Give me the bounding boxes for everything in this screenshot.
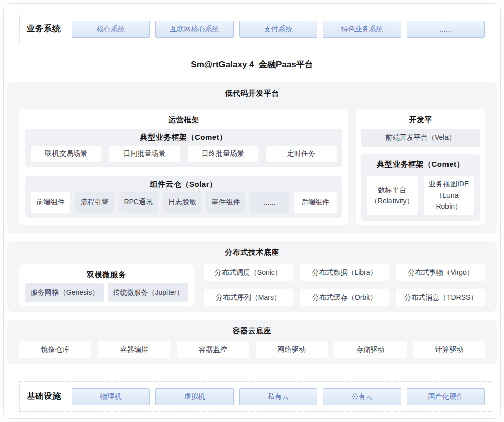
relativity-platform-code: （Relativity） bbox=[371, 195, 414, 206]
libra-data-chip[interactable]: 分布式数据（Libra） bbox=[300, 264, 389, 281]
container-orchestration-chip[interactable]: 容器编排 bbox=[98, 341, 170, 358]
business-system-chip-payment[interactable]: 支付系统 bbox=[239, 21, 317, 38]
infrastructure-chip-private-cloud[interactable]: 私有云 bbox=[239, 388, 317, 405]
infrastructure-row: 基础设施 物理机 虚拟机 私有云 公有云 国产化硬件 bbox=[19, 381, 492, 412]
luna-robin-ide-chip[interactable]: 业务视图IDE （Luna–Robin） bbox=[424, 176, 475, 215]
container-cloud-title: 容器云底座 bbox=[7, 320, 497, 336]
lowcode-platform-title: 低代码开发平台 bbox=[7, 82, 497, 98]
business-system-chip-special[interactable]: 特色业务系统 bbox=[323, 21, 401, 38]
distributed-services-grid: 分布式调度（Sonic） 分布式数据（Libra） 分布式事物（Virgo） 分… bbox=[204, 264, 485, 306]
comet-framework-panel: 典型业务框架（Comet） 联机交易场景 日间批量场景 日终批量场景 定时任务 bbox=[25, 129, 342, 167]
solar-chip-rpc[interactable]: RPC通讯 bbox=[119, 192, 158, 213]
distributed-base-section: 分布式技术底座 双模微服务 服务网格（Genesis） 传统微服务（Jupite… bbox=[7, 241, 497, 312]
tdrss-messaging-chip[interactable]: 分布式消息（TDRSS） bbox=[396, 289, 485, 306]
solar-components-panel: 组件云仓（Solar） 前端组件 流程引擎 RPC通讯 日志脱敏 事件组件 ..… bbox=[25, 176, 342, 218]
comet-chip-online-trading[interactable]: 联机交易场景 bbox=[31, 146, 101, 162]
distributed-body: 双模微服务 服务网格（Genesis） 传统微服务（Jupiter） 分布式调度… bbox=[19, 264, 485, 306]
dev-platform-title: 开发平 bbox=[356, 109, 485, 125]
infrastructure-label: 基础设施 bbox=[24, 391, 72, 402]
infrastructure-chip-public-cloud[interactable]: 公有云 bbox=[323, 388, 401, 405]
image-registry-chip[interactable]: 镜像仓库 bbox=[19, 341, 91, 358]
sonic-scheduling-chip[interactable]: 分布式调度（Sonic） bbox=[204, 264, 293, 281]
dual-mode-microservices-title: 双模微服务 bbox=[19, 264, 194, 280]
solar-chip-process-engine[interactable]: 流程引擎 bbox=[75, 192, 114, 213]
business-systems-row: 业务系统 核心系统 互联网核心系统 支付系统 特色业务系统 ...... bbox=[19, 14, 492, 44]
solar-chip-event-components[interactable]: 事件组件 bbox=[206, 192, 245, 213]
jupiter-microservices-chip[interactable]: 传统微服务（Jupiter） bbox=[108, 283, 188, 302]
dual-mode-row: 服务网格（Genesis） 传统微服务（Jupiter） bbox=[25, 283, 188, 302]
operation-framework-card: 运营框架 典型业务框架（Comet） 联机交易场景 日间批量场景 日终批量场景 … bbox=[19, 109, 348, 225]
lowcode-body: 运营框架 典型业务框架（Comet） 联机交易场景 日间批量场景 日终批量场景 … bbox=[19, 109, 485, 225]
container-cloud-section: 容器云底座 镜像仓库 容器编排 容器监控 网络驱动 存储驱动 计算驱动 bbox=[7, 320, 497, 364]
comet-scenario-row: 联机交易场景 日间批量场景 日终批量场景 定时任务 bbox=[31, 146, 337, 162]
solar-chip-log-masking[interactable]: 日志脱敏 bbox=[163, 192, 202, 213]
comet-chip-daytime-batch[interactable]: 日间批量场景 bbox=[109, 146, 180, 162]
architecture-diagram: 业务系统 核心系统 互联网核心系统 支付系统 特色业务系统 ...... Sm@… bbox=[0, 0, 504, 422]
solar-components-row: 前端组件 流程引擎 RPC通讯 日志脱敏 事件组件 ...... 后端组件 bbox=[31, 192, 337, 213]
network-driver-chip[interactable]: 网络驱动 bbox=[256, 341, 328, 358]
infrastructure-chip-virtual[interactable]: 虚拟机 bbox=[155, 388, 234, 405]
dev-comet-row: 数标平台 （Relativity） 业务视图IDE （Luna–Robin） bbox=[367, 176, 474, 215]
comet-chip-scheduled-task[interactable]: 定时任务 bbox=[266, 146, 337, 162]
solar-components-title: 组件云仓（Solar） bbox=[31, 180, 337, 189]
genesis-service-mesh-chip[interactable]: 服务网格（Genesis） bbox=[25, 283, 104, 302]
comet-chip-endofday-batch[interactable]: 日终批量场景 bbox=[188, 146, 258, 162]
solar-chip-frontend-components[interactable]: 前端组件 bbox=[31, 192, 70, 213]
infrastructure-chip-domestic-hardware[interactable]: 国产化硬件 bbox=[407, 388, 485, 405]
container-monitoring-chip[interactable]: 容器监控 bbox=[177, 341, 249, 358]
compute-driver-chip[interactable]: 计算驱动 bbox=[413, 341, 485, 358]
luna-robin-ide-name: 业务视图IDE bbox=[429, 178, 469, 189]
storage-driver-chip[interactable]: 存储驱动 bbox=[334, 341, 407, 358]
solar-chip-backend-components[interactable]: 后端组件 bbox=[294, 192, 337, 213]
vela-frontend-platform-chip[interactable]: 前端开发平台（Vela） bbox=[361, 129, 480, 147]
container-cloud-row: 镜像仓库 容器编排 容器监控 网络驱动 存储驱动 计算驱动 bbox=[19, 341, 485, 358]
mars-sequence-chip[interactable]: 分布式序列（Mars） bbox=[204, 289, 293, 306]
business-system-chip-internet-core[interactable]: 互联网核心系统 bbox=[155, 21, 234, 38]
dual-mode-microservices-card: 双模微服务 服务网格（Genesis） 传统微服务（Jupiter） bbox=[19, 264, 194, 306]
orbit-cache-chip[interactable]: 分布式缓存（Orbit） bbox=[300, 289, 389, 306]
business-system-chip-more[interactable]: ...... bbox=[407, 21, 485, 38]
lowcode-platform-section: 低代码开发平台 运营框架 典型业务框架（Comet） 联机交易场景 日间批量场景… bbox=[7, 82, 497, 233]
dev-platform-card: 开发平 前端开发平台（Vela） 典型业务框架（Comet） 数标平台 （Rel… bbox=[356, 109, 485, 225]
page-title: Sm@rtGalaxy 4 金融Paas平台 bbox=[0, 59, 504, 70]
dev-comet-framework-panel: 典型业务框架（Comet） 数标平台 （Relativity） 业务视图IDE … bbox=[361, 154, 480, 221]
relativity-platform-name: 数标平台 bbox=[378, 184, 406, 195]
distributed-base-title: 分布式技术底座 bbox=[7, 241, 497, 257]
relativity-platform-chip[interactable]: 数标平台 （Relativity） bbox=[367, 176, 418, 215]
business-systems-label: 业务系统 bbox=[24, 24, 72, 34]
solar-chip-more[interactable]: ...... bbox=[250, 192, 289, 213]
luna-robin-ide-code: （Luna–Robin） bbox=[424, 190, 475, 213]
comet-framework-title: 典型业务框架（Comet） bbox=[31, 133, 337, 142]
dev-comet-framework-title: 典型业务框架（Comet） bbox=[367, 160, 474, 169]
virgo-transaction-chip[interactable]: 分布式事物（Virgo） bbox=[396, 264, 485, 281]
infrastructure-chip-physical[interactable]: 物理机 bbox=[72, 388, 150, 405]
operation-framework-title: 运营框架 bbox=[19, 109, 348, 125]
business-system-chip-core[interactable]: 核心系统 bbox=[72, 21, 150, 38]
